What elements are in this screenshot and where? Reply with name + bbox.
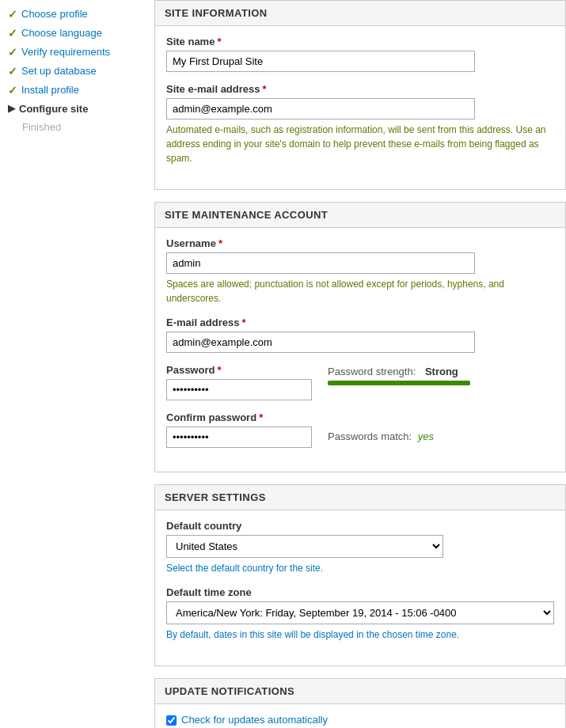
confirm-password-label: Confirm password* xyxy=(166,411,312,423)
sidebar-link-choose-language[interactable]: Choose language xyxy=(21,27,102,39)
strength-bar-fill xyxy=(328,381,470,385)
password-strength-area: Password strength: Strong xyxy=(328,364,554,385)
check-updates-row: Check for updates automatically xyxy=(166,714,554,726)
password-left: Password* xyxy=(166,364,312,400)
required-marker: * xyxy=(242,317,246,328)
required-marker: * xyxy=(259,411,263,423)
server-settings-title: SERVER SETTINGS xyxy=(155,485,565,510)
password-group: Password* Password strength: Strong xyxy=(166,364,554,400)
checkmark-icon: ✓ xyxy=(8,84,17,97)
required-marker: * xyxy=(263,83,267,95)
username-desc: Spaces are allowed; punctuation is not a… xyxy=(166,277,554,305)
sidebar-item-set-up-database[interactable]: ✓ Set up database xyxy=(8,65,146,78)
check-updates-label: Check for updates automatically xyxy=(181,714,328,726)
main-content: SITE INFORMATION Site name* Site e-mail … xyxy=(154,0,566,728)
strength-bar-bg xyxy=(328,381,470,385)
sidebar-item-choose-language[interactable]: ✓ Choose language xyxy=(8,27,146,40)
sidebar-item-configure-site: ▶ Configure site xyxy=(8,103,146,115)
sidebar: ✓ Choose profile ✓ Choose language ✓ Ver… xyxy=(0,0,154,728)
site-name-input[interactable] xyxy=(166,51,475,72)
passwords-match-area: Passwords match: yes xyxy=(328,411,554,442)
default-timezone-group: Default time zone America/New York: Frid… xyxy=(166,586,554,642)
checkmark-icon: ✓ xyxy=(8,65,17,78)
confirm-password-row: Confirm password* Passwords match: yes xyxy=(166,411,554,448)
required-marker: * xyxy=(217,36,221,47)
default-timezone-desc: By default, dates in this site will be d… xyxy=(166,628,554,642)
admin-email-group: E-mail address* xyxy=(166,317,554,353)
sidebar-label-configure-site: Configure site xyxy=(19,103,88,115)
default-country-desc: Select the default country for the site. xyxy=(166,561,554,575)
default-timezone-select[interactable]: America/New York: Friday, September 19, … xyxy=(166,601,554,624)
confirm-password-group: Confirm password* Passwords match: yes xyxy=(166,411,554,448)
confirm-password-input[interactable] xyxy=(166,427,312,448)
update-notifications-section: UPDATE NOTIFICATIONS Check for updates a… xyxy=(154,678,566,728)
sidebar-item-choose-profile[interactable]: ✓ Choose profile xyxy=(8,8,146,21)
update-notifications-body: Check for updates automatically Receive … xyxy=(155,704,565,728)
password-strength-value: Strong xyxy=(425,366,458,377)
arrow-icon: ▶ xyxy=(8,103,15,114)
username-input[interactable] xyxy=(166,252,475,274)
admin-email-input[interactable] xyxy=(166,332,475,353)
sidebar-link-verify-requirements[interactable]: Verify requirements xyxy=(21,46,110,58)
site-maintenance-title: SITE MAINTENANCE ACCOUNT xyxy=(155,203,565,228)
server-settings-section: SERVER SETTINGS Default country United S… xyxy=(154,484,566,666)
site-information-body: Site name* Site e-mail address* Automate… xyxy=(155,26,565,189)
sidebar-item-install-profile[interactable]: ✓ Install profile xyxy=(8,84,146,97)
update-notifications-title: UPDATE NOTIFICATIONS xyxy=(155,679,565,704)
site-name-label: Site name* xyxy=(166,36,554,47)
sidebar-item-finished: Finished xyxy=(8,121,146,133)
admin-email-label: E-mail address* xyxy=(166,317,554,328)
sidebar-link-set-up-database[interactable]: Set up database xyxy=(21,65,97,77)
password-label: Password* xyxy=(166,364,312,376)
sidebar-label-finished: Finished xyxy=(22,121,61,133)
site-maintenance-body: Username* Spaces are allowed; punctuatio… xyxy=(155,228,565,472)
password-input[interactable] xyxy=(166,379,312,400)
site-information-section: SITE INFORMATION Site name* Site e-mail … xyxy=(154,0,566,190)
checkmark-icon: ✓ xyxy=(8,46,17,59)
checkmark-icon: ✓ xyxy=(8,8,17,21)
site-information-title: SITE INFORMATION xyxy=(155,1,565,26)
site-email-input[interactable] xyxy=(166,98,475,119)
required-marker: * xyxy=(217,364,221,376)
required-marker: * xyxy=(218,237,222,249)
confirm-password-left: Confirm password* xyxy=(166,411,312,448)
username-label: Username* xyxy=(166,237,554,249)
site-email-desc: Automated e-mails, such as registration … xyxy=(166,123,554,165)
server-settings-body: Default country United States Select the… xyxy=(155,510,565,665)
sidebar-link-choose-profile[interactable]: Choose profile xyxy=(21,8,88,20)
checkmark-icon: ✓ xyxy=(8,27,17,40)
username-group: Username* Spaces are allowed; punctuatio… xyxy=(166,237,554,305)
site-name-group: Site name* xyxy=(166,36,554,72)
sidebar-item-verify-requirements[interactable]: ✓ Verify requirements xyxy=(8,46,146,59)
default-timezone-label: Default time zone xyxy=(166,586,554,598)
check-updates-link[interactable]: Check for updates automatically xyxy=(181,714,328,726)
default-country-label: Default country xyxy=(166,520,554,532)
default-country-group: Default country United States Select the… xyxy=(166,520,554,575)
passwords-match-value: yes xyxy=(418,430,434,442)
default-country-select[interactable]: United States xyxy=(166,535,443,558)
site-maintenance-section: SITE MAINTENANCE ACCOUNT Username* Space… xyxy=(154,202,566,472)
check-updates-checkbox[interactable] xyxy=(166,715,177,726)
passwords-match-text: Passwords match: yes xyxy=(328,430,554,442)
sidebar-link-install-profile[interactable]: Install profile xyxy=(21,84,79,96)
password-strength-label: Password strength: Strong xyxy=(328,366,554,377)
password-row: Password* Password strength: Strong xyxy=(166,364,554,400)
site-email-group: Site e-mail address* Automated e-mails, … xyxy=(166,83,554,165)
site-email-label: Site e-mail address* xyxy=(166,83,554,95)
